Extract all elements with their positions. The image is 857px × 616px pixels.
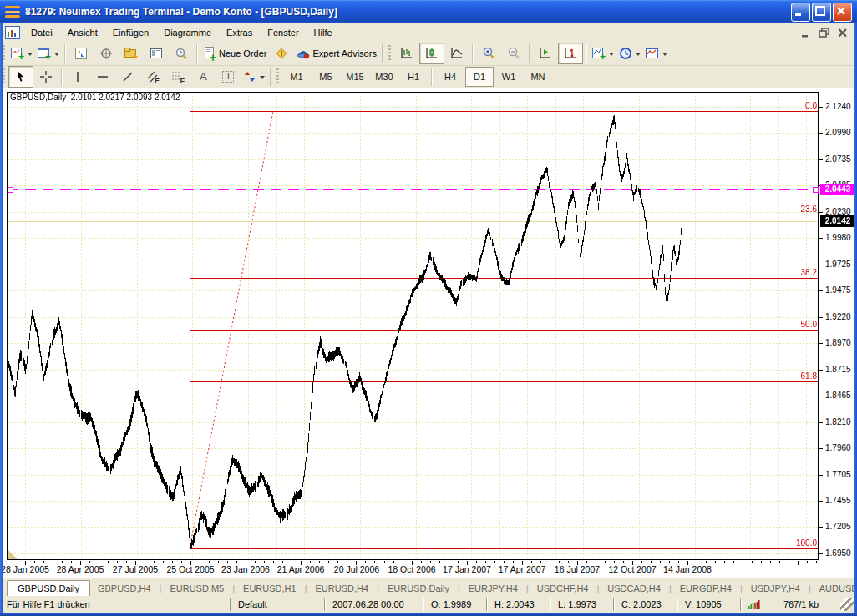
menu-item-fenster[interactable]: Fenster <box>260 25 306 40</box>
date-axis-tick <box>264 561 265 563</box>
expert-advisors-button[interactable]: Expert Advisors <box>294 43 378 64</box>
date-axis-tick <box>641 561 642 563</box>
templates-button[interactable] <box>643 43 670 64</box>
hline-handle-left[interactable] <box>8 187 13 193</box>
date-axis-tick <box>34 561 35 563</box>
navigator-button[interactable]: ★ <box>119 43 144 64</box>
status-open: O: 1.9989 <box>424 598 486 611</box>
zoom-out-button[interactable] <box>501 43 526 64</box>
price-axis-label: 1.7205 <box>825 522 851 531</box>
indicators-button[interactable]: + <box>590 43 616 64</box>
status-volume: V: 10905 <box>678 598 740 611</box>
fibonacci-tool-button[interactable]: F <box>165 66 190 88</box>
chart-tab-eurusd-daily[interactable]: EURUSD,Daily <box>380 582 457 596</box>
menu-item-hilfe[interactable]: Hilfe <box>307 25 340 40</box>
timeframe-button-d1[interactable]: D1 <box>465 67 494 87</box>
resize-grip[interactable] <box>840 598 854 611</box>
minimize-button[interactable] <box>791 3 810 22</box>
line-chart-button[interactable] <box>444 43 469 64</box>
timeframe-button-w1[interactable]: W1 <box>494 67 523 87</box>
status-profile[interactable]: Default <box>231 598 324 611</box>
fibonacci-icon: F <box>171 70 185 83</box>
close-icon <box>836 6 847 17</box>
label-icon: T <box>221 70 235 83</box>
horizontal-line-tool-button[interactable] <box>90 66 115 88</box>
menu-item-ansicht[interactable]: Ansicht <box>60 25 105 40</box>
neue-order-button[interactable]: + Neue Order <box>200 43 269 64</box>
hline-handle-right[interactable] <box>813 187 819 193</box>
toolbar-grip[interactable] <box>276 68 279 85</box>
new-chart-button[interactable]: + <box>8 43 35 64</box>
timeframe-button-h1[interactable]: H1 <box>399 67 428 87</box>
date-axis-tick <box>789 561 789 563</box>
child-close-icon <box>837 27 849 38</box>
menu-item-diagramme[interactable]: Diagramme <box>156 25 219 40</box>
chart-tab-usdchf-h4[interactable]: USDCHF,H4 <box>530 582 596 596</box>
menu-item-datei[interactable]: Datei <box>23 25 60 40</box>
trendline-tool-button[interactable] <box>115 66 140 88</box>
cursor-tool-button[interactable] <box>8 66 33 88</box>
chart-tab-usdjpy-h4[interactable]: USDJPY,H4 <box>743 582 808 596</box>
zoom-in-button[interactable] <box>476 43 501 64</box>
date-axis-tick <box>449 561 449 563</box>
maximize-button[interactable] <box>812 3 831 22</box>
date-axis-tick <box>310 561 311 563</box>
chart-tab-gbpusd-h4[interactable]: GBPUSD,H4 <box>90 582 159 596</box>
date-axis-tick <box>319 561 320 563</box>
menu-item-extras[interactable]: Extras <box>219 25 260 40</box>
label-tool-button[interactable]: T <box>216 66 241 88</box>
price-axis-label: 1.8210 <box>825 417 851 427</box>
candlestick-chart-button[interactable] <box>419 43 444 64</box>
price-axis[interactable]: 2.12402.09902.07352.04852.02301.99801.97… <box>819 88 854 561</box>
date-axis-label: 23 Jan 2006 <box>216 564 275 574</box>
chart-tab-eurusd-h4[interactable]: EURUSD,H4 <box>308 582 377 596</box>
date-axis[interactable]: 28 Jan 200528 Apr 200527 Jul 200525 Oct … <box>3 561 854 578</box>
timeframe-button-h4[interactable]: H4 <box>436 67 464 87</box>
chart-tab-eurgbp-h4[interactable]: EURGBP,H4 <box>672 582 739 596</box>
chart-tab-eurusd-m5[interactable]: EURUSD,M5 <box>162 582 231 596</box>
text-tool-button[interactable]: A <box>190 66 216 88</box>
timeframe-button-m5[interactable]: M5 <box>312 67 340 87</box>
toolbar-grip[interactable] <box>388 45 391 62</box>
menu-item-einfgen[interactable]: Einfügen <box>105 25 156 40</box>
profiles-button[interactable]: + <box>35 43 62 64</box>
strategy-tester-button[interactable] <box>169 43 194 64</box>
chart-tab-gbpusd-daily[interactable]: GBPUSD,Daily <box>7 580 90 596</box>
equidistant-channel-tool-button[interactable]: E <box>140 66 165 88</box>
child-minimize-button[interactable] <box>800 27 814 38</box>
date-axis-tick <box>550 561 550 563</box>
dropdown-arrow-icon <box>260 76 265 82</box>
timeframe-button-mn[interactable]: MN <box>524 67 552 87</box>
line-chart-icon <box>450 47 464 60</box>
price-chart-canvas[interactable] <box>7 92 819 561</box>
auto-scroll-button[interactable] <box>533 43 558 64</box>
arrows-tool-button[interactable] <box>241 66 267 88</box>
chart-tab-audusd-h4[interactable]: AUDUSD,H4 <box>812 582 857 596</box>
timeframe-button-m30[interactable]: M30 <box>370 67 398 87</box>
data-window-button[interactable] <box>94 43 119 64</box>
terminal-button[interactable] <box>144 43 169 64</box>
chart-tab-bar: GBPUSD,DailyGBPUSD,H4|EURUSD,M5|EURUSD,H… <box>3 578 854 596</box>
periods-button[interactable] <box>616 43 643 64</box>
timeframe-button-m1[interactable]: M1 <box>282 67 311 87</box>
chart-tab-usdcad-h4[interactable]: USDCAD,H4 <box>600 582 668 596</box>
date-axis-tick <box>99 561 99 563</box>
chart-tab-eurjpy-h4[interactable]: EURJPY,H4 <box>461 582 525 596</box>
bar-chart-button[interactable] <box>394 43 419 64</box>
expert-advisors-icon <box>297 47 310 60</box>
title-bar: 81279: Neuimex Trading Terminal - Demo K… <box>0 0 857 23</box>
chart-shift-button[interactable] <box>558 43 583 64</box>
timeframe-button-m15[interactable]: M15 <box>341 67 369 87</box>
metaeditor-button[interactable]: ! <box>269 43 294 64</box>
child-close-button[interactable] <box>837 27 850 38</box>
vertical-line-tool-button[interactable] <box>65 66 90 88</box>
market-watch-button[interactable] <box>68 43 94 64</box>
fib-level-label-100-0: 100.0 <box>796 538 817 548</box>
child-restore-button[interactable] <box>819 27 832 38</box>
close-button[interactable] <box>833 3 852 22</box>
chart-tab-eurusd-h1[interactable]: EURUSD,H1 <box>236 582 304 596</box>
crosshair-tool-button[interactable] <box>33 66 58 88</box>
price-axis-tick <box>819 290 823 291</box>
date-axis-label: 14 Jan 2008 <box>658 564 717 574</box>
window-border-right <box>854 23 857 616</box>
